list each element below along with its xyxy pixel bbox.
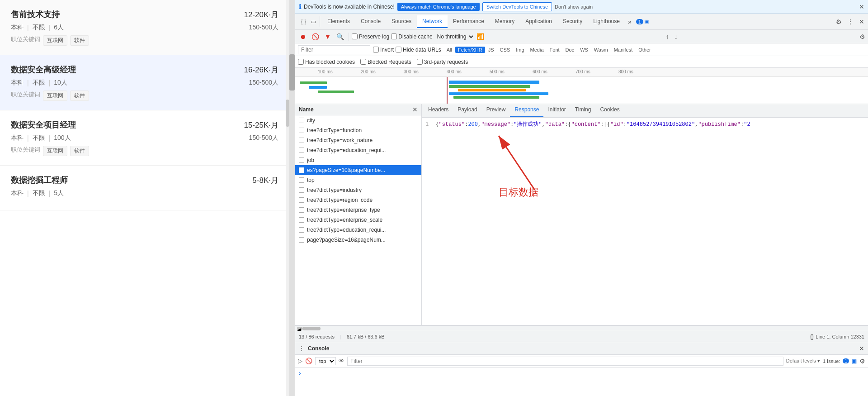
tab-response[interactable]: Response xyxy=(510,104,543,117)
clear-button[interactable]: 🚫 xyxy=(310,32,321,41)
close-icon[interactable]: ✕ xyxy=(859,3,864,10)
filter-wasm[interactable]: Wasm xyxy=(591,47,611,53)
filter-manifest[interactable]: Manifest xyxy=(611,47,636,53)
tab-elements[interactable]: Elements xyxy=(322,15,355,28)
scroll-thumb[interactable] xyxy=(302,327,321,330)
filter-fetch-xhr[interactable]: Fetch/XHR xyxy=(455,47,485,53)
eye-icon[interactable]: 👁 xyxy=(339,358,344,364)
blocked-cookies-checkbox[interactable]: Has blocked cookies xyxy=(298,59,355,65)
request-item-education1[interactable]: tree?dictType=education_requi... xyxy=(295,145,421,155)
match-language-button[interactable]: Always match Chrome's language xyxy=(397,3,480,11)
request-item-function[interactable]: tree?dictType=function xyxy=(295,125,421,135)
console-block-button[interactable]: 🚫 xyxy=(305,358,312,364)
wifi-icon[interactable]: 📶 xyxy=(476,33,484,40)
request-item-enterprise-type[interactable]: tree?dictType=enterprise_type xyxy=(295,205,421,215)
tab-application[interactable]: Application xyxy=(520,15,557,28)
request-item-region-code[interactable]: tree?dictType=region_code xyxy=(295,195,421,205)
request-checkbox[interactable] xyxy=(299,148,304,153)
filter-img[interactable]: Img xyxy=(513,47,527,53)
request-item-top[interactable]: top xyxy=(295,175,421,185)
request-checkbox[interactable] xyxy=(299,197,304,203)
console-filter-input[interactable] xyxy=(347,357,783,366)
tab-cookies[interactable]: Cookies xyxy=(595,104,624,117)
request-item-enterprise-scale[interactable]: tree?dictType=enterprise_scale xyxy=(295,215,421,225)
import-icon[interactable]: ↑ xyxy=(664,32,671,41)
undock-icon[interactable]: ✕ xyxy=(857,16,866,27)
cursor-icon[interactable]: ⬚ xyxy=(299,16,308,27)
tab-payload[interactable]: Payload xyxy=(453,104,481,117)
filter-media[interactable]: Media xyxy=(528,47,547,53)
invert-checkbox[interactable]: Invert xyxy=(373,47,394,53)
more-options-icon[interactable]: ⋮ xyxy=(845,16,855,27)
horizontal-scrollbar[interactable]: ◀ xyxy=(295,325,868,331)
network-settings-icon[interactable]: ⚙ xyxy=(859,33,865,40)
tab-memory[interactable]: Memory xyxy=(490,15,520,28)
tab-timing[interactable]: Timing xyxy=(571,104,596,117)
tabs-more-icon[interactable]: » xyxy=(625,16,634,27)
tab-sources[interactable]: Sources xyxy=(386,15,417,28)
preserve-log-input[interactable] xyxy=(352,33,358,39)
request-checkbox[interactable] xyxy=(299,118,304,123)
request-checkbox[interactable] xyxy=(299,187,304,193)
disable-cache-input[interactable] xyxy=(391,33,397,39)
close-panel-button[interactable]: ✕ xyxy=(412,106,418,113)
filter-js[interactable]: JS xyxy=(486,47,497,53)
preserve-log-checkbox[interactable]: Preserve log xyxy=(352,33,389,40)
filter-font[interactable]: Font xyxy=(547,47,562,53)
console-prompt[interactable]: › xyxy=(299,369,301,377)
request-item-work-nature[interactable]: tree?dictType=work_nature xyxy=(295,135,421,145)
scroll-left-btn[interactable]: ◀ xyxy=(297,327,302,330)
request-checkbox[interactable] xyxy=(299,177,304,183)
request-checkbox[interactable] xyxy=(299,227,304,233)
console-context-select[interactable]: top xyxy=(315,357,336,365)
device-icon[interactable]: ▭ xyxy=(309,16,318,27)
request-checkbox[interactable] xyxy=(299,217,304,223)
request-checkbox[interactable] xyxy=(299,167,304,173)
console-close-button[interactable]: ✕ xyxy=(859,345,864,352)
request-checkbox[interactable] xyxy=(299,128,304,133)
request-item-page[interactable]: page?pageSize=16&pageNum... xyxy=(295,235,421,245)
blocked-requests-checkbox[interactable]: Blocked Requests xyxy=(360,59,411,65)
tab-lighthouse[interactable]: Lighthouse xyxy=(588,15,625,28)
request-item-city[interactable]: city xyxy=(295,115,421,125)
dont-show-button[interactable]: Don't show again xyxy=(555,4,593,10)
disable-cache-checkbox[interactable]: Disable cache xyxy=(391,33,432,40)
tab-performance[interactable]: Performance xyxy=(448,15,490,28)
settings-icon[interactable]: ⚙ xyxy=(834,16,844,27)
console-run-button[interactable]: ▷ xyxy=(298,358,302,364)
filter-other[interactable]: Other xyxy=(636,47,654,53)
tab-headers[interactable]: Headers xyxy=(424,104,453,117)
tab-console[interactable]: Console xyxy=(355,15,386,28)
third-party-checkbox[interactable]: 3rd-party requests xyxy=(417,59,468,65)
filter-ws[interactable]: WS xyxy=(577,47,591,53)
job-item[interactable]: 数据安全项目经理 15-25K·月 本科 | 不限 | 100人 职位关键词 互… xyxy=(0,110,289,166)
request-checkbox[interactable] xyxy=(299,237,304,243)
filter-icon[interactable]: ▼ xyxy=(323,32,333,41)
hide-data-urls-checkbox[interactable]: Hide data URLs xyxy=(396,47,441,53)
request-item-job[interactable]: job xyxy=(295,155,421,165)
request-item-industry[interactable]: tree?dictType=industry xyxy=(295,185,421,195)
request-checkbox[interactable] xyxy=(299,157,304,163)
tab-network[interactable]: Network xyxy=(417,15,448,28)
switch-devtools-button[interactable]: Switch DevTools to Chinese xyxy=(482,2,552,11)
request-item-es[interactable]: es?pageSize=10&pageNumbe... xyxy=(295,165,421,175)
filter-all[interactable]: All xyxy=(444,47,455,53)
search-icon[interactable]: 🔍 xyxy=(335,32,346,41)
tab-security[interactable]: Security xyxy=(557,15,588,28)
record-button[interactable]: ⏺ xyxy=(298,32,308,41)
filter-doc[interactable]: Doc xyxy=(563,47,577,53)
filter-input[interactable] xyxy=(298,45,370,54)
scrollbar[interactable] xyxy=(289,0,295,396)
export-icon[interactable]: ↓ xyxy=(673,32,679,41)
job-item[interactable]: 售前技术支持 12-20K·月 本科 | 不限 | 6人 职位关键词 互联网 软… xyxy=(0,0,289,55)
tab-initiator[interactable]: Initiator xyxy=(543,104,570,117)
request-item-education2[interactable]: tree?dictType=education_requi... xyxy=(295,225,421,235)
tab-preview[interactable]: Preview xyxy=(482,104,510,117)
job-item[interactable]: 数据安全高级经理 16-26K·月 本科 | 不限 | 10人 职位关键词 互联… xyxy=(0,55,289,110)
drag-handle-icon[interactable]: ⋮ xyxy=(299,345,304,352)
request-checkbox[interactable] xyxy=(299,207,304,213)
request-checkbox[interactable] xyxy=(299,138,304,143)
job-item[interactable]: 数据挖掘工程师 5-8K·月 本科 | 不限 | 5人 xyxy=(0,166,289,210)
throttle-select[interactable]: No throttling xyxy=(434,32,475,41)
filter-css[interactable]: CSS xyxy=(497,47,513,53)
